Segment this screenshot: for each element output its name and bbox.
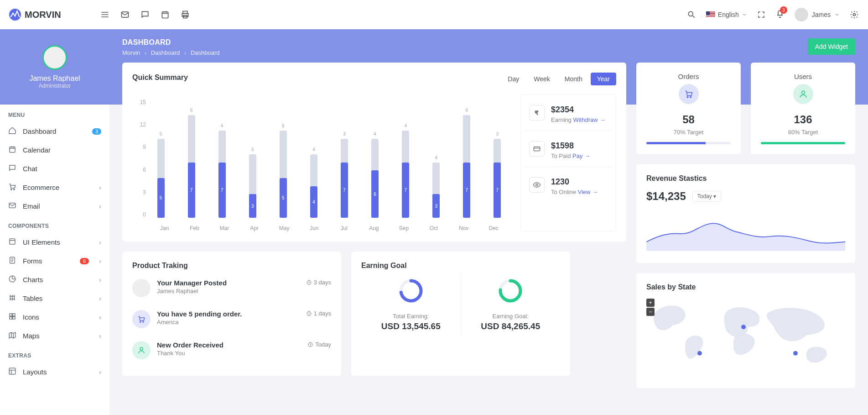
sidebar-item-charts[interactable]: Charts› [0, 270, 109, 289]
svg-point-21 [536, 184, 538, 186]
revenue-range-selector[interactable]: Today ▾ [692, 191, 721, 202]
bar-blue: 6 [371, 170, 379, 218]
tracking-item[interactable]: New Order ReceivedThank YouToday [132, 335, 331, 366]
bar-label: 4 [374, 131, 376, 137]
bar-blue: 7 [494, 163, 501, 218]
profile-avatar [42, 45, 67, 70]
revenue-title: Revenue Stastics [646, 174, 845, 183]
calendar-icon[interactable] [161, 10, 170, 19]
sidebar-item-ui-elements[interactable]: UI Elements› [0, 233, 109, 252]
bar-label: 3 [343, 131, 346, 137]
stat-link[interactable]: Withdraw → [573, 116, 605, 123]
language-label: English [718, 11, 739, 18]
map-zoom-out[interactable]: − [646, 308, 655, 316]
sidebar-item-icons[interactable]: Icons› [0, 308, 109, 326]
segment-year[interactable]: Year [591, 73, 616, 85]
bar-label: 5 [160, 131, 162, 137]
bar-label: 3 [496, 131, 499, 137]
crumb-home[interactable]: Morvin [122, 49, 140, 56]
bar-label: 6 [466, 108, 468, 113]
sidebar-item-ecommerce[interactable]: Ecommerce› [0, 178, 109, 197]
donut-chart [497, 277, 524, 305]
sidebar-item-chat[interactable]: Chat [0, 159, 109, 178]
tracking-sub: James Raphael [157, 288, 227, 294]
brand-text: MORVIN [25, 10, 61, 20]
sidebar-item-tables[interactable]: Tables› [0, 289, 109, 308]
layouts-icon [8, 367, 16, 377]
svg-point-8 [11, 189, 12, 190]
search-icon[interactable] [687, 10, 696, 19]
bar-blue: 7 [402, 163, 409, 218]
sidebar-item-maps[interactable]: Maps› [0, 326, 109, 345]
bar-blue: 7 [188, 163, 195, 218]
x-tick: Mar [209, 225, 239, 231]
sidebar-badge: 3 [92, 128, 101, 135]
sidebar-badge: 6 [80, 258, 89, 264]
bar-group: 43 [425, 99, 447, 218]
map-zoom-in[interactable]: + [646, 299, 655, 307]
world-map[interactable] [646, 294, 845, 376]
flag-icon [706, 11, 715, 18]
tracking-sub: America [157, 319, 242, 326]
mail-icon[interactable] [120, 10, 130, 19]
svg-rect-11 [10, 239, 15, 244]
x-tick: Jan [150, 225, 180, 231]
x-tick: Oct [419, 225, 449, 231]
segment-month[interactable]: Month [558, 73, 589, 85]
svg-point-33 [690, 96, 691, 98]
sidebar-item-forms[interactable]: Forms6› [0, 252, 109, 270]
tracking-title: Your Manager Posted [157, 279, 227, 287]
main: DASHBOARD Morvin › Dashboard › Dashboard… [109, 29, 868, 415]
svg-point-9 [14, 189, 15, 190]
stat-link[interactable]: View → [578, 189, 598, 195]
goal-column: Total Earning:USD 13,545.65 [361, 273, 461, 336]
y-tick: 6 [132, 167, 146, 173]
segment-day[interactable]: Day [501, 73, 525, 85]
print-icon[interactable] [181, 10, 190, 19]
chevron-right-icon: › [184, 50, 186, 56]
mini-title: Orders [646, 73, 731, 80]
gear-icon[interactable] [850, 10, 859, 19]
tracking-item[interactable]: You have 5 pending order.America1 days [132, 304, 331, 335]
add-widget-button[interactable]: Add Widget [808, 38, 855, 55]
chevron-right-icon: › [99, 276, 101, 284]
language-selector[interactable]: English [706, 11, 747, 18]
bar-blue: 3 [432, 194, 440, 218]
sidebar-item-label: Chat [23, 165, 37, 173]
tracking-title: New Order Received [157, 341, 223, 349]
sidebar: James Raphael Administrator MENU Dashboa… [0, 29, 109, 415]
tracking-time: 1 days [306, 310, 331, 317]
notifications-button[interactable]: 3 [775, 9, 785, 20]
goal-value: USD 13,545.65 [361, 321, 461, 331]
logo[interactable]: MORVIN [9, 9, 100, 21]
summary-stat: 1230To Online View → [524, 170, 613, 203]
bar-group: 67 [180, 99, 203, 218]
stat-icon [529, 141, 545, 157]
fullscreen-icon[interactable] [757, 11, 765, 19]
nav-section-components: COMPONENTS [0, 215, 109, 233]
sidebar-item-label: Icons [23, 313, 39, 321]
sidebar-item-layouts[interactable]: Layouts› [0, 362, 109, 381]
svg-point-36 [741, 325, 746, 329]
menu-icon[interactable] [100, 10, 109, 19]
tracking-item[interactable]: Your Manager PostedJames Raphael3 days [132, 273, 331, 304]
forms-icon [8, 256, 16, 266]
segment-week[interactable]: Week [527, 73, 556, 85]
topbar-right: English 3 James [687, 8, 859, 21]
sidebar-item-email[interactable]: Email› [0, 197, 109, 215]
chat-icon[interactable] [140, 10, 150, 19]
stat-sub: To Paid Pay → [551, 152, 590, 159]
sidebar-item-calendar[interactable]: Calendar [0, 141, 109, 159]
bar-group: 37 [486, 99, 509, 218]
cart-icon [679, 84, 699, 104]
user-icon [793, 84, 813, 104]
crumb-section[interactable]: Dashboard [151, 49, 180, 56]
bar-blue: 3 [249, 194, 256, 218]
svg-point-6 [853, 14, 856, 16]
bar-group: 55 [150, 99, 172, 218]
mini-card-users: Users13680% Target [751, 63, 855, 154]
stat-link[interactable]: Pay → [572, 152, 590, 159]
sidebar-item-dashboard[interactable]: Dashboard3 [0, 122, 109, 141]
x-tick: Apr [239, 225, 270, 231]
user-menu[interactable]: James [795, 8, 840, 21]
